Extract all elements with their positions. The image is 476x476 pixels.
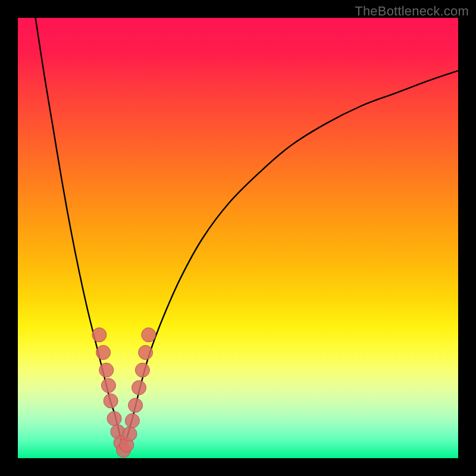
- data-marker: [92, 328, 107, 342]
- right-curve: [124, 71, 458, 449]
- plot-area: [18, 18, 458, 458]
- data-marker: [123, 427, 137, 441]
- data-marker: [101, 378, 115, 393]
- data-marker: [99, 363, 114, 377]
- marker-group: [92, 328, 156, 458]
- data-marker: [96, 345, 111, 359]
- data-marker: [107, 411, 121, 425]
- watermark-text: TheBottleneck.com: [355, 4, 469, 19]
- data-marker: [125, 414, 139, 428]
- data-marker: [142, 328, 156, 342]
- data-marker: [104, 394, 118, 408]
- data-marker: [135, 363, 149, 377]
- data-marker: [132, 381, 146, 395]
- chart-frame: TheBottleneck.com: [0, 0, 476, 476]
- data-marker: [129, 398, 143, 412]
- curve-layer: [18, 18, 458, 458]
- data-marker: [139, 345, 153, 359]
